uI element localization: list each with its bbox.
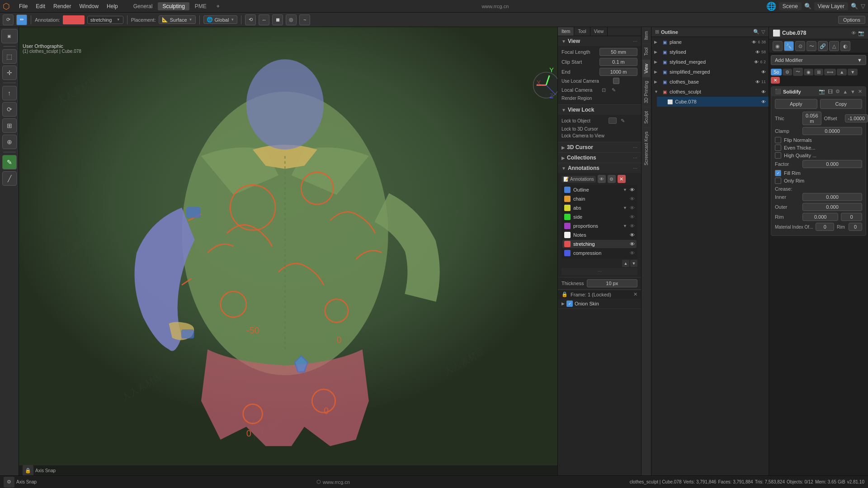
global-dropdown[interactable]: 🌐 Global ▼ (203, 15, 238, 24)
mod-type-so[interactable]: So (771, 69, 782, 75)
outliner-item-clothes-base[interactable]: ▶ ▣ clothes_base 👁 11 (651, 77, 769, 87)
outliner-item-cube078[interactable]: ⬜ Cube.078 👁 (657, 97, 769, 107)
options-btn[interactable]: Options (838, 16, 865, 24)
ann-close-btn[interactable]: ✕ (618, 175, 626, 183)
scale-btn[interactable]: ⊞ (2, 118, 17, 133)
bottom-icon[interactable]: ⚙ (4, 477, 14, 488)
outliner-search-icon[interactable]: 🔍 (753, 29, 760, 35)
mod-camera-btn[interactable]: 📷 (819, 89, 825, 94)
proportional-btn[interactable]: ◎ (286, 14, 297, 25)
onion-skin-checkbox[interactable]: ✓ (566, 300, 573, 307)
mod-material-rim-value[interactable]: 0 (849, 223, 862, 231)
collections-header[interactable]: ▶ Collections ⋯ (558, 153, 641, 163)
ann-layer-abs[interactable]: abs ▼ 👁 (562, 204, 637, 212)
props-tab-constraints[interactable]: 🔗 (818, 41, 828, 51)
ann-more-btn[interactable]: ⋯ (561, 268, 637, 275)
select-box-btn[interactable]: ⬚ (2, 49, 17, 64)
mod-close-btn[interactable]: ✕ (858, 89, 862, 94)
ann-thickness-value[interactable]: 10 px (587, 279, 637, 287)
props-tab-material[interactable]: ◐ (840, 41, 850, 51)
clip-end-value[interactable]: 1000 m (599, 68, 637, 76)
menu-edit[interactable]: Edit (32, 2, 49, 10)
local-camera-settings-icon[interactable]: ✎ (609, 86, 618, 94)
ann-view-btn[interactable]: 👁 (598, 175, 606, 183)
stylised-eye-icon[interactable]: 👁 (755, 50, 760, 55)
sculpt-tab-view[interactable]: View (642, 60, 650, 77)
props-tab-physics[interactable]: 〜 (807, 41, 816, 51)
scene-search-icon[interactable]: 🔍 (804, 3, 811, 9)
mod-even-thickness-checkbox[interactable] (775, 145, 781, 151)
ann-layer-chain[interactable]: chain 👁 (562, 195, 637, 203)
move-btn[interactable]: ↑ (2, 86, 17, 100)
mod-type-mirror[interactable]: ⟺ (824, 69, 836, 75)
ann-vis-chain[interactable]: 👁 (630, 196, 635, 202)
tab-sculpting[interactable]: Sculpting (158, 2, 189, 10)
mod-only-rim-checkbox[interactable] (775, 178, 781, 184)
ann-layer-compression[interactable]: compression 👁 (562, 249, 637, 257)
mod-offset-value[interactable]: -1.0000 (845, 114, 868, 122)
view-layer-search-icon[interactable]: 🔍 (851, 3, 858, 9)
props-tab-modifiers[interactable]: 🔧 (784, 41, 794, 51)
ann-vis-proportions[interactable]: 👁 (630, 223, 635, 229)
props-eye-icon[interactable]: 👁 (851, 30, 856, 36)
mod-type-simulate[interactable]: ◉ (804, 69, 813, 75)
sculpt-tab-3dp[interactable]: 3D Printing (642, 77, 650, 107)
tab-add[interactable]: + (212, 2, 224, 10)
cs-eye-icon[interactable]: 👁 (761, 89, 766, 94)
3d-viewport-area[interactable]: 人人素材库 人人素材库 人人素材库 人人素材库 人人素材库 人人素材库 人人素材… (19, 27, 557, 465)
view-lock-header[interactable]: ▼ View Lock (558, 105, 641, 115)
outliner-item-stylised[interactable]: ▶ ▣ stylised 👁 58 (651, 47, 769, 57)
ann-vis-abs[interactable]: 👁 (630, 205, 635, 211)
mod-inner-value[interactable]: 0.000 (802, 193, 862, 201)
pivot-btn[interactable]: ⟳ (3, 14, 14, 25)
ann-vis-side[interactable]: 👁 (630, 214, 635, 220)
tab-item[interactable]: Item (558, 27, 574, 36)
cursor-btn[interactable]: ✛ (2, 66, 17, 80)
annotations-header[interactable]: ▼ Annotations ⋯ (558, 163, 641, 173)
transform-btn[interactable]: ⊕ (2, 135, 17, 149)
tab-pme[interactable]: PME (190, 2, 211, 10)
ann-layer-side[interactable]: side 👁 (562, 213, 637, 221)
mod-apply-btn[interactable]: Apply (775, 99, 817, 109)
mod-clamp-value[interactable]: 0.0000 (802, 127, 862, 135)
mode-select-btn[interactable]: ▣ (1, 29, 18, 43)
sculpt-tab-item[interactable]: Item (642, 27, 650, 43)
outliner-item-stylised-merged[interactable]: ▶ ▣ stylised_merged 👁 6 2 (651, 57, 769, 67)
tab-tool[interactable]: Tool (574, 27, 590, 36)
sculpt-tab-tool[interactable]: Tool (642, 43, 650, 59)
viewport[interactable]: Object Mode ▼ View Select Add Object ⊡ ◉… (19, 27, 557, 475)
lock-object-swatch[interactable] (609, 117, 617, 124)
tab-general[interactable]: General (129, 2, 157, 10)
mod-type-close[interactable]: ✕ (771, 77, 780, 84)
mod-high-quality-checkbox[interactable] (775, 152, 781, 159)
mod-render-btn[interactable]: 🎞 (828, 89, 833, 94)
props-tab-object[interactable]: ◉ (773, 41, 783, 51)
view-section-header[interactable]: ▼ View ⋯ (558, 36, 641, 46)
mod-material-value[interactable]: 0 (816, 223, 834, 231)
snap-btn[interactable]: ◼ (272, 14, 283, 25)
frame-locked-close[interactable]: ✕ (633, 291, 637, 297)
mod-up-btn[interactable]: ▲ (843, 89, 848, 94)
annotate-line-btn[interactable]: ╱ (2, 171, 17, 186)
brush-tool-btn[interactable]: ✏ (16, 14, 27, 25)
ann-vis-outline[interactable]: 👁 (630, 187, 635, 192)
menu-file[interactable]: File (15, 2, 31, 10)
c078-eye-icon[interactable]: 👁 (761, 99, 766, 104)
plane-eye-icon[interactable]: 👁 (752, 40, 756, 45)
onion-skin-row[interactable]: ▶ ✓ Onion Skin (558, 299, 641, 309)
mod-type-array[interactable]: ⊞ (814, 69, 823, 75)
lock-object-settings-icon[interactable]: ✎ (618, 117, 627, 125)
mod-type-up[interactable]: ▲ (837, 69, 847, 75)
add-modifier-btn[interactable]: Add Modifier ▼ (771, 55, 866, 65)
3d-cursor-header[interactable]: ▶ 3D Cursor ⋯ (558, 142, 641, 152)
ann-layer-stretching[interactable]: stretching 👁 (562, 240, 637, 248)
rotate-btn[interactable]: ⟳ (2, 102, 17, 117)
surface-dropdown[interactable]: 📐 Surface ▼ (159, 15, 196, 24)
annotation-color-swatch[interactable] (63, 15, 85, 24)
use-local-camera-checkbox[interactable] (613, 78, 619, 84)
outliner-item-plane[interactable]: ▶ ▣ plane 👁 6 38 (651, 37, 769, 47)
view-layer-name[interactable]: View Layer (814, 2, 848, 10)
props-camera-icon[interactable]: 📷 (858, 30, 864, 36)
props-tab-particles[interactable]: ⊙ (795, 41, 805, 51)
mod-thickness-value[interactable]: 0.056 m (802, 112, 821, 125)
